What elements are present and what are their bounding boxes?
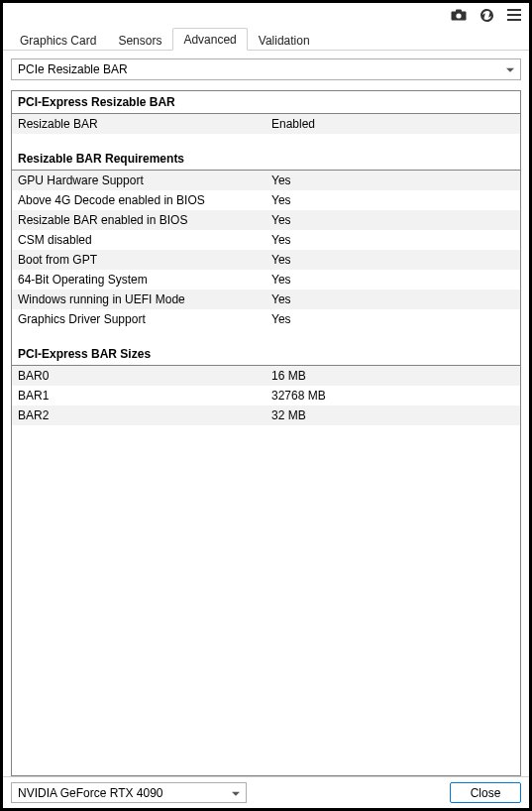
- table-row: CSM disabled Yes: [12, 230, 520, 250]
- section-rows-requirements: GPU Hardware Support Yes Above 4G Decode…: [12, 171, 520, 329]
- refresh-button[interactable]: [478, 6, 495, 24]
- row-label: Graphics Driver Support: [18, 312, 271, 326]
- table-row: Windows running in UEFI Mode Yes: [12, 290, 520, 309]
- row-label: Resizable BAR enabled in BIOS: [18, 213, 271, 227]
- row-label: 64-Bit Operating System: [18, 273, 271, 287]
- section-header-bar-sizes: PCI-Express BAR Sizes: [12, 343, 520, 366]
- row-value: Yes: [271, 273, 514, 287]
- table-row: Resizable BAR enabled in BIOS Yes: [12, 210, 520, 230]
- row-label: BAR2: [18, 408, 271, 422]
- row-label: BAR0: [18, 369, 271, 383]
- gpu-select-dropdown[interactable]: NVIDIA GeForce RTX 4090: [11, 782, 247, 803]
- section-rows-resizable-bar: Resizable BAR Enabled: [12, 114, 520, 134]
- svg-rect-4: [507, 14, 521, 16]
- svg-rect-5: [507, 19, 521, 21]
- table-row: BAR0 16 MB: [12, 366, 520, 386]
- table-row: BAR1 32768 MB: [12, 386, 520, 406]
- details-panel[interactable]: PCI-Express Resizable BAR Resizable BAR …: [11, 90, 521, 776]
- close-button[interactable]: Close: [450, 782, 521, 803]
- table-row: Above 4G Decode enabled in BIOS Yes: [12, 190, 520, 210]
- section-rows-bar-sizes: BAR0 16 MB BAR1 32768 MB BAR2 32 MB: [12, 366, 520, 425]
- row-value: Yes: [271, 193, 514, 207]
- row-value: Yes: [271, 253, 514, 267]
- row-label: GPU Hardware Support: [18, 174, 271, 187]
- section-header-requirements: Resizable BAR Requirements: [12, 148, 520, 171]
- tab-strip: Graphics Card Sensors Advanced Validatio…: [3, 27, 529, 51]
- row-label: Above 4G Decode enabled in BIOS: [18, 193, 271, 207]
- tab-validation[interactable]: Validation: [248, 29, 321, 51]
- tab-graphics-card[interactable]: Graphics Card: [9, 29, 107, 51]
- table-row: GPU Hardware Support Yes: [12, 171, 520, 190]
- row-value: Yes: [271, 292, 514, 306]
- row-label: Windows running in UEFI Mode: [18, 292, 271, 306]
- row-label: Boot from GPT: [18, 253, 271, 267]
- tab-advanced[interactable]: Advanced: [172, 28, 247, 51]
- row-value: Yes: [271, 312, 514, 326]
- section-header-resizable-bar: PCI-Express Resizable BAR: [12, 91, 520, 114]
- table-row: Graphics Driver Support Yes: [12, 309, 520, 329]
- row-label: Resizable BAR: [18, 117, 271, 131]
- dropdown-selected: PCIe Resizable BAR: [18, 62, 128, 76]
- svg-point-2: [456, 13, 461, 18]
- tab-sensors[interactable]: Sensors: [107, 29, 172, 51]
- main-window: Graphics Card Sensors Advanced Validatio…: [2, 2, 530, 809]
- category-dropdown[interactable]: PCIe Resizable BAR: [11, 58, 521, 80]
- table-row: BAR2 32 MB: [12, 406, 520, 425]
- table-row: Resizable BAR Enabled: [12, 114, 520, 134]
- menu-button[interactable]: [505, 6, 523, 24]
- gpu-selected-label: NVIDIA GeForce RTX 4090: [18, 786, 163, 800]
- row-value: 32 MB: [271, 408, 514, 422]
- titlebar: [3, 3, 529, 27]
- row-label: BAR1: [18, 389, 271, 403]
- row-value: Yes: [271, 174, 514, 187]
- screenshot-button[interactable]: [450, 6, 468, 24]
- row-value: 32768 MB: [271, 389, 514, 403]
- row-value: Enabled: [271, 117, 514, 131]
- refresh-icon: [479, 8, 494, 23]
- table-row: Boot from GPT Yes: [12, 250, 520, 270]
- content-area: PCIe Resizable BAR PCI-Express Resizable…: [3, 51, 529, 776]
- row-value: 16 MB: [271, 369, 514, 383]
- svg-rect-1: [456, 10, 462, 13]
- row-label: CSM disabled: [18, 233, 271, 247]
- row-value: Yes: [271, 213, 514, 227]
- bottom-bar: NVIDIA GeForce RTX 4090 Close: [3, 776, 529, 808]
- svg-rect-3: [507, 9, 521, 11]
- table-row: 64-Bit Operating System Yes: [12, 270, 520, 290]
- row-value: Yes: [271, 233, 514, 247]
- camera-icon: [451, 9, 467, 21]
- hamburger-icon: [507, 9, 521, 21]
